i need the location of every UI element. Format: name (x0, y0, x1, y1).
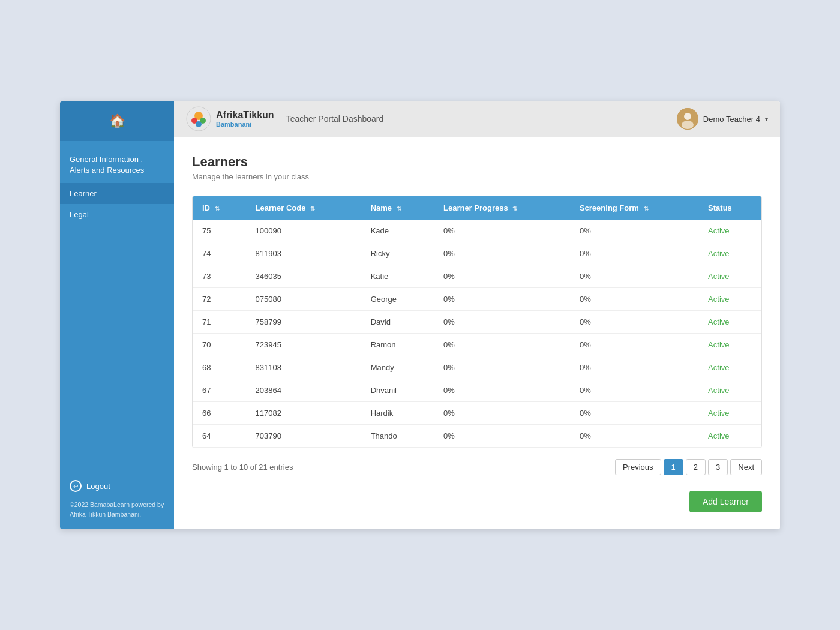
cell-status: Active (698, 265, 761, 287)
pagination: Previous 1 2 3 Next (615, 459, 762, 475)
col-screening-form[interactable]: Screening Form ⇅ (570, 196, 698, 220)
svg-point-7 (682, 121, 694, 129)
next-page-button[interactable]: Next (730, 459, 762, 475)
cell-screening-form: 0% (570, 310, 698, 333)
sidebar-item-learner[interactable]: Learner (60, 183, 174, 204)
cell-learner-code: 100090 (246, 220, 361, 242)
cell-screening-form: 0% (570, 333, 698, 356)
sidebar-footer: ↩ Logout ©2022 BamabaLearn powered by Af… (60, 470, 174, 529)
cell-learner-progress: 0% (434, 242, 570, 265)
cell-learner-code: 811903 (246, 242, 361, 265)
user-name: Demo Teacher 4 (703, 115, 760, 124)
svg-point-4 (196, 121, 202, 127)
logo-name: AfrikaTikkun (216, 110, 274, 121)
cell-status: Active (698, 356, 761, 379)
header-title: Teacher Portal Dashboard (286, 114, 384, 124)
cell-screening-form: 0% (570, 356, 698, 379)
sidebar-item-general-info[interactable]: General Information , Alerts and Resourc… (60, 147, 174, 183)
col-name[interactable]: Name ⇅ (361, 196, 434, 220)
cell-id: 68 (193, 356, 246, 379)
cell-screening-form: 0% (570, 379, 698, 401)
cell-name: David (361, 310, 434, 333)
cell-learner-progress: 0% (434, 310, 570, 333)
cell-learner-progress: 0% (434, 424, 570, 447)
logo-area: AfrikaTikkun Bambanani (186, 106, 274, 131)
cell-screening-form: 0% (570, 242, 698, 265)
cell-learner-code: 723945 (246, 333, 361, 356)
cell-learner-code: 831108 (246, 356, 361, 379)
page-3-button[interactable]: 3 (708, 459, 728, 475)
cell-learner-progress: 0% (434, 220, 570, 242)
cell-name: Dhvanil (361, 379, 434, 401)
cell-status: Active (698, 220, 761, 242)
sidebar: 🏠 General Information , Alerts and Resou… (60, 101, 174, 529)
learners-table-wrapper: ID ⇅ Learner Code ⇅ Name ⇅ (192, 196, 762, 448)
cell-learner-progress: 0% (434, 287, 570, 310)
logo-sub: Bambanani (216, 121, 274, 128)
col-learner-progress[interactable]: Learner Progress ⇅ (434, 196, 570, 220)
cell-learner-code: 346035 (246, 265, 361, 287)
cell-name: Hardik (361, 401, 434, 424)
table-row[interactable]: 70 723945 Ramon 0% 0% Active (193, 333, 761, 356)
sidebar-home-button[interactable]: 🏠 (60, 101, 174, 141)
sort-learner-code-icon[interactable]: ⇅ (310, 205, 315, 212)
page-1-button[interactable]: 1 (664, 459, 683, 475)
cell-id: 64 (193, 424, 246, 447)
user-dropdown-icon[interactable]: ▾ (765, 116, 768, 122)
page-subtitle: Manage the learners in your class (192, 172, 762, 181)
cell-name: Ramon (361, 333, 434, 356)
table-row[interactable]: 68 831108 Mandy 0% 0% Active (193, 356, 761, 379)
table-row[interactable]: 71 758799 David 0% 0% Active (193, 310, 761, 333)
cell-name: Katie (361, 265, 434, 287)
logo-icon (186, 106, 211, 131)
cell-name: Mandy (361, 356, 434, 379)
sort-learner-progress-icon[interactable]: ⇅ (512, 205, 517, 212)
table-row[interactable]: 67 203864 Dhvanil 0% 0% Active (193, 379, 761, 401)
table-row[interactable]: 73 346035 Katie 0% 0% Active (193, 265, 761, 287)
table-row[interactable]: 64 703790 Thando 0% 0% Active (193, 424, 761, 447)
table-footer: Showing 1 to 10 of 21 entries Previous 1… (192, 459, 762, 475)
sort-name-icon[interactable]: ⇅ (397, 205, 401, 212)
cell-name: Thando (361, 424, 434, 447)
add-learner-button[interactable]: Add Learner (689, 491, 762, 512)
cell-status: Active (698, 401, 761, 424)
cell-status: Active (698, 242, 761, 265)
sort-id-icon[interactable]: ⇅ (215, 205, 220, 212)
table-header-row: ID ⇅ Learner Code ⇅ Name ⇅ (193, 196, 761, 220)
cell-status: Active (698, 287, 761, 310)
table-row[interactable]: 75 100090 Kade 0% 0% Active (193, 220, 761, 242)
home-icon: 🏠 (109, 113, 125, 129)
sidebar-nav: General Information , Alerts and Resourc… (60, 141, 174, 470)
header-right: Demo Teacher 4 ▾ (677, 108, 768, 130)
page-2-button[interactable]: 2 (686, 459, 706, 475)
cell-id: 75 (193, 220, 246, 242)
cell-name: George (361, 287, 434, 310)
table-row[interactable]: 72 075080 George 0% 0% Active (193, 287, 761, 310)
col-status[interactable]: Status (698, 196, 761, 220)
cell-id: 73 (193, 265, 246, 287)
cell-learner-progress: 0% (434, 356, 570, 379)
cell-screening-form: 0% (570, 287, 698, 310)
cell-learner-code: 117082 (246, 401, 361, 424)
col-id[interactable]: ID ⇅ (193, 196, 246, 220)
sort-screening-form-icon[interactable]: ⇅ (644, 205, 649, 212)
table-row[interactable]: 66 117082 Hardik 0% 0% Active (193, 401, 761, 424)
logo-text: AfrikaTikkun Bambanani (216, 110, 274, 128)
cell-screening-form: 0% (570, 401, 698, 424)
table-row[interactable]: 74 811903 Ricky 0% 0% Active (193, 242, 761, 265)
prev-page-button[interactable]: Previous (615, 459, 661, 475)
cell-learner-progress: 0% (434, 333, 570, 356)
col-learner-code[interactable]: Learner Code ⇅ (246, 196, 361, 220)
cell-learner-code: 075080 (246, 287, 361, 310)
avatar (677, 108, 698, 130)
svg-point-6 (684, 113, 691, 120)
cell-screening-form: 0% (570, 424, 698, 447)
cell-learner-code: 703790 (246, 424, 361, 447)
sidebar-item-legal[interactable]: Legal (60, 204, 174, 225)
cell-learner-progress: 0% (434, 265, 570, 287)
cell-id: 67 (193, 379, 246, 401)
header-left: AfrikaTikkun Bambanani Teacher Portal Da… (186, 106, 383, 131)
entries-info: Showing 1 to 10 of 21 entries (192, 463, 293, 472)
cell-learner-code: 758799 (246, 310, 361, 333)
logout-button[interactable]: ↩ Logout (70, 480, 164, 492)
